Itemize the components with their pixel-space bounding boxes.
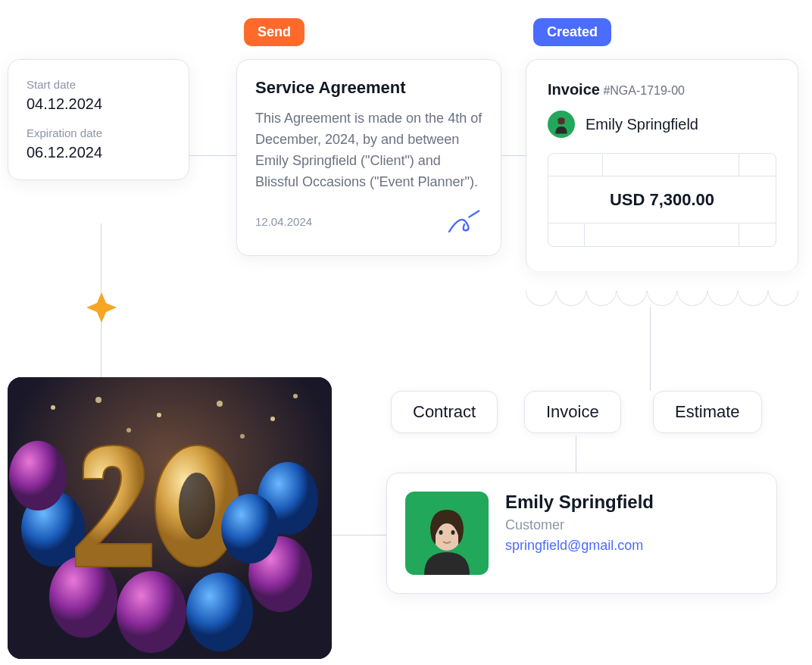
svg-point-19 bbox=[179, 473, 215, 539]
start-date-label: Start date bbox=[27, 78, 170, 91]
agreement-title: Service Agreement bbox=[255, 78, 483, 98]
contract-pill[interactable]: Contract bbox=[391, 391, 498, 433]
customer-card: Emily Springfield Customer springfield@g… bbox=[386, 473, 777, 594]
svg-point-9 bbox=[270, 417, 275, 421]
customer-avatar bbox=[405, 492, 489, 575]
svg-point-17 bbox=[186, 573, 253, 651]
invoice-number: #NGA-1719-00 bbox=[603, 84, 685, 97]
svg-point-12 bbox=[240, 434, 245, 439]
expiration-date-value: 06.12.2024 bbox=[27, 144, 170, 161]
agreement-date: 12.04.2024 bbox=[255, 215, 312, 228]
signature-icon bbox=[446, 207, 483, 237]
avatar bbox=[548, 111, 575, 138]
invoice-pill[interactable]: Invoice bbox=[524, 391, 621, 433]
sparkle-icon bbox=[86, 292, 117, 323]
svg-point-16 bbox=[49, 556, 117, 638]
send-badge: Send bbox=[244, 18, 304, 46]
invoice-scallop bbox=[526, 291, 798, 306]
invoice-amount: USD 7,300.00 bbox=[548, 176, 776, 223]
start-date-value: 04.12.2024 bbox=[27, 95, 170, 113]
svg-point-8 bbox=[217, 401, 223, 407]
svg-point-11 bbox=[126, 428, 131, 432]
invoice-receipt: USD 7,300.00 bbox=[548, 153, 776, 247]
svg-point-7 bbox=[157, 413, 161, 417]
dates-card: Start date 04.12.2024 Expiration date 06… bbox=[8, 59, 189, 180]
expiration-date-label: Expiration date bbox=[27, 126, 170, 139]
service-agreement-card: Service Agreement This Agreement is made… bbox=[236, 59, 501, 256]
svg-point-10 bbox=[293, 394, 298, 398]
svg-point-22 bbox=[221, 494, 279, 564]
svg-point-20 bbox=[9, 441, 67, 510]
svg-point-6 bbox=[95, 397, 102, 403]
invoice-card: Invoice #NGA-1719-00 Emily Springfield U… bbox=[526, 59, 798, 271]
estimate-pill[interactable]: Estimate bbox=[653, 391, 762, 433]
created-badge: Created bbox=[533, 18, 611, 46]
svg-point-21 bbox=[117, 571, 186, 653]
invoice-customer-name: Emily Springfield bbox=[586, 116, 698, 133]
event-photo bbox=[8, 377, 332, 659]
customer-email[interactable]: springfield@gmail.com bbox=[505, 538, 654, 554]
invoice-title: Invoice bbox=[548, 81, 600, 98]
svg-point-2 bbox=[439, 530, 443, 535]
agreement-body: This Agreement is made on the 4th of Dec… bbox=[255, 108, 483, 193]
svg-point-3 bbox=[451, 530, 455, 535]
customer-name: Emily Springfield bbox=[505, 492, 654, 513]
customer-role: Customer bbox=[505, 517, 654, 533]
svg-point-5 bbox=[51, 405, 55, 410]
